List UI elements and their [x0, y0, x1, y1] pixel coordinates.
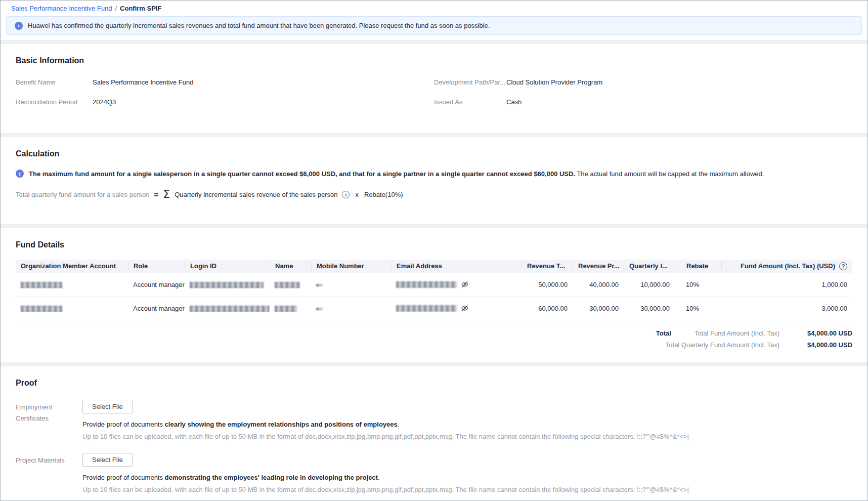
banner-text: Huawei has confirmed the quarterly incre…: [28, 22, 490, 29]
info-icon: i: [15, 22, 23, 30]
page: Sales Performance Incentive Fund/Confirm…: [1, 1, 867, 501]
col-header-revenue-previous: Revenue Pr...: [573, 262, 624, 270]
fund-amount-header-label: Fund Amount (Incl. Tax) (USD): [741, 262, 835, 270]
col-header-mobile-number: Mobile Number: [311, 262, 391, 270]
revenue-previous-cell: 30,000.00: [573, 305, 624, 312]
sigma-icon: Σ: [163, 189, 170, 200]
employment-certificates-item: Employment Certificates Select File Prov…: [16, 400, 852, 441]
field-development-path: Development Path/Par... Cloud Solution P…: [434, 78, 852, 87]
eye-off-icon[interactable]: [461, 304, 469, 312]
employment-certificates-body: Select File Provide proof of documents c…: [82, 400, 689, 441]
proof-title: Proof: [16, 379, 852, 388]
redacted-value: [316, 308, 322, 310]
total-quarterly-fund-amount-line: Total Quarterly Fund Amount (Incl. Tax) …: [16, 341, 852, 349]
issued-as-value: Cash: [506, 98, 522, 106]
redacted-value: [396, 305, 457, 312]
login-id-cell: [185, 280, 270, 288]
info-tooltip-icon[interactable]: i: [342, 191, 350, 198]
basic-information-title: Basic Information: [16, 56, 852, 65]
calculation-title: Calculation: [16, 149, 852, 158]
calculation-note: i The maximum fund amount for a single s…: [16, 170, 852, 178]
project-materials-label: Project Materials: [16, 453, 75, 494]
field-issued-as: Issued As Cash: [434, 98, 852, 106]
name-cell: [270, 304, 311, 312]
revenue-total-cell: 60,000.00: [522, 305, 573, 312]
select-file-button[interactable]: Select File: [82, 400, 133, 413]
upload-note: Up to 10 files can be uploaded, with eac…: [82, 485, 689, 494]
redacted-value: [396, 281, 457, 288]
select-file-button[interactable]: Select File: [82, 453, 133, 467]
benefit-name-value: Sales Performance Incentive Fund: [93, 78, 193, 87]
col-header-role: Role: [128, 262, 185, 270]
fund-details-section: Fund Details Organization Member Account…: [1, 228, 867, 362]
calculation-section: Calculation i The maximum fund amount fo…: [1, 137, 867, 224]
email-address-cell: [391, 280, 522, 288]
redacted-value: [21, 306, 62, 312]
redacted-value: [190, 306, 270, 312]
email-address-cell: [391, 304, 522, 312]
redacted-value: [275, 282, 300, 288]
mobile-number-cell: [311, 305, 391, 312]
role-cell: Account manager: [128, 281, 185, 288]
mobile-number-cell: [311, 281, 391, 288]
calculation-note-rest: The actual fund amount will be capped at…: [575, 170, 764, 178]
confirmation-banner: i Huawei has confirmed the quarterly inc…: [6, 16, 862, 35]
desc-suffix: .: [378, 474, 380, 481]
proof-section: Proof Employment Certificates Select Fil…: [1, 366, 867, 501]
breadcrumb-separator: /: [115, 5, 117, 12]
table-row: Account manager 60,000.00 30,000.00 30,0…: [16, 297, 852, 320]
issued-as-label: Issued As: [434, 98, 506, 106]
calculation-note-text: The maximum fund amount for a single sal…: [29, 170, 764, 178]
formula-rebate: Rebate(10%): [364, 191, 403, 198]
fund-details-table: Organization Member Account Role Login I…: [16, 260, 852, 320]
fund-details-title: Fund Details: [16, 240, 852, 249]
development-path-value: Cloud Solution Provider Program: [506, 78, 602, 87]
info-icon: i: [16, 170, 24, 178]
development-path-label: Development Path/Par...: [434, 78, 506, 87]
benefit-name-label: Benefit Name: [16, 78, 93, 87]
multiply-sign: x: [355, 191, 359, 198]
redacted-value: [21, 282, 62, 288]
help-question-icon[interactable]: ?: [839, 262, 847, 270]
org-member-account-cell: [16, 280, 128, 288]
desc-bold: demonstrating the employees' leading rol…: [165, 474, 378, 481]
breadcrumb-link-spif[interactable]: Sales Performance Incentive Fund: [11, 5, 112, 12]
project-materials-body: Select File Provide proof of documents d…: [82, 453, 689, 494]
col-header-name: Name: [270, 262, 311, 270]
eye-off-icon[interactable]: [461, 280, 469, 288]
field-reconciliation-period: Reconciliation Period 2024Q3: [16, 98, 434, 106]
col-header-login-id: Login ID: [185, 262, 270, 270]
calculation-formula: Total quarterly fund amount for a sales …: [16, 189, 852, 200]
formula-term: Quarterly incremental sales revenue of t…: [175, 191, 337, 198]
reconciliation-period-label: Reconciliation Period: [16, 98, 93, 106]
reconciliation-period-value: 2024Q3: [93, 98, 116, 106]
breadcrumb: Sales Performance Incentive Fund/Confirm…: [6, 4, 862, 16]
desc-bold: clearly showing the employment relations…: [165, 421, 398, 428]
col-header-rebate: Rebate: [675, 262, 721, 270]
col-header-quarterly-incremental: Quarterly I...: [624, 262, 675, 270]
calculation-note-bold: The maximum fund amount for a single sal…: [29, 170, 575, 178]
rebate-cell: 10%: [675, 305, 721, 312]
redacted-value: [190, 282, 264, 288]
name-cell: [270, 280, 311, 288]
equals-sign: =: [154, 190, 158, 199]
project-materials-desc: Provide proof of documents demonstrating…: [82, 473, 689, 482]
breadcrumb-current: Confirm SPIF: [120, 5, 161, 12]
table-header-row: Organization Member Account Role Login I…: [16, 260, 852, 273]
total-fund-amount-value: $4,000.00 USD: [788, 329, 852, 338]
col-header-fund-amount: Fund Amount (Incl. Tax) (USD)?: [721, 262, 852, 270]
fund-amount-cell: 1,000.00: [721, 281, 852, 288]
rebate-cell: 10%: [675, 281, 721, 288]
field-benefit-name: Benefit Name Sales Performance Incentive…: [16, 78, 434, 87]
col-header-revenue-total: Revenue T...: [522, 262, 573, 270]
total-fund-amount-line: Total Total Fund Amount (Incl. Tax) $4,0…: [16, 329, 852, 338]
top-bar: Sales Performance Incentive Fund/Confirm…: [1, 1, 867, 40]
login-id-cell: [185, 304, 270, 312]
table-row: Account manager 50,000.00 40,000.00 10,0…: [16, 273, 852, 297]
total-label: Total: [656, 329, 671, 338]
employment-certificates-label: Employment Certificates: [16, 400, 75, 441]
revenue-total-cell: 50,000.00: [522, 281, 573, 288]
desc-prefix: Provide proof of documents: [82, 474, 165, 481]
role-cell: Account manager: [128, 305, 185, 312]
desc-suffix: .: [398, 421, 400, 428]
